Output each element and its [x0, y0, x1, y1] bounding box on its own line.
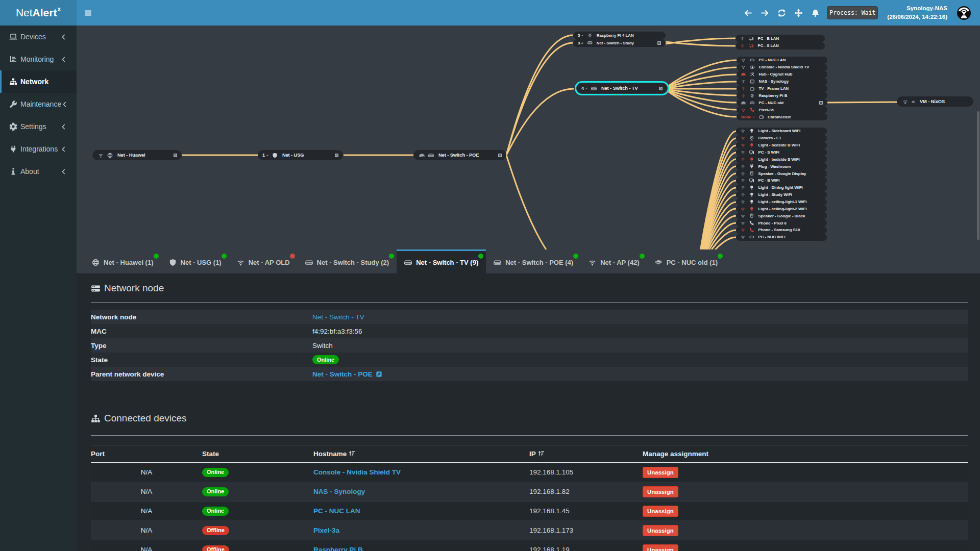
topology-node-row[interactable]: Speaker - Google - Black [736, 212, 827, 219]
unassign-button[interactable]: Unassign [643, 506, 678, 517]
topology-node-row[interactable]: Light - ceiling-light-1 WiFi [736, 198, 827, 206]
unassign-button[interactable]: Unassign [643, 467, 678, 478]
topology-node-row[interactable]: Light - Dining light WiFi [736, 184, 827, 191]
topology-node-row[interactable]: PC - NUC WiFi [736, 234, 827, 241]
collapse-square-icon[interactable] [819, 101, 823, 105]
device-state: Online [202, 463, 313, 482]
topology-node-row[interactable]: TV - Frame LAN [737, 85, 827, 92]
host-timestamp: (26/06/2024, 14:22:16) [887, 13, 947, 21]
sidebar-item-network[interactable]: Network [0, 70, 77, 93]
topology-node-row[interactable]: PC - S LAN [736, 42, 825, 50]
nuc-icon [750, 101, 755, 106]
topology-node-row[interactable]: Console - Nvidia Shield TV [737, 64, 827, 71]
switch-icon [305, 259, 313, 266]
topology-node-row[interactable]: Camera - E1 [736, 135, 827, 142]
sidebar-item-integrations[interactable]: Integrations [0, 138, 77, 160]
topology-node-row[interactable]: Light - bedside S WiFi [736, 156, 827, 163]
sort-icon[interactable] [538, 450, 545, 457]
sidebar-item-label: Monitoring [20, 55, 54, 63]
topology-node-row[interactable]: Light - Sideboard WiFi [736, 128, 827, 135]
collapse-square-icon[interactable] [657, 41, 661, 45]
node-label: PC - NUC LAN [759, 58, 786, 62]
tab-net-huawei-1[interactable]: Net - Huawei (1) [84, 249, 161, 273]
user-avatar[interactable] [957, 6, 971, 20]
topology-node-row[interactable]: Light - bedside B WiFi [736, 142, 827, 149]
device-hostname: PC - NUC LAN [313, 502, 529, 521]
ethernet-icon [419, 153, 425, 158]
tab-label: PC - NUC old (1) [667, 259, 718, 266]
node-link[interactable]: Net - Switch - TV [312, 313, 364, 321]
topology-node-row[interactable]: Raspberry Pi B [737, 92, 827, 99]
tab-net-ap-old[interactable]: Net - AP OLD [229, 249, 298, 273]
tab-net-switch-poe-4[interactable]: Net - Switch - POE (4) [486, 249, 581, 273]
column-header-hostname[interactable]: Hostname [313, 445, 529, 463]
port-label: None [741, 115, 755, 119]
device-link[interactable]: PC - NUC LAN [313, 507, 360, 515]
forward-button[interactable] [756, 0, 773, 26]
topology-node-row[interactable]: Light - ceiling-light-2 WiFi [736, 205, 827, 212]
topology-node-vm[interactable]: VM - NixOS [897, 96, 973, 107]
unassign-button[interactable]: Unassign [643, 544, 678, 551]
topology-node-row[interactable]: Phone - Samsung S10 [736, 227, 827, 234]
device-link[interactable]: Console - Nvidia Shield TV [313, 468, 401, 476]
notifications-button[interactable] [807, 0, 824, 26]
topology-node-row[interactable]: PC - B LAN [736, 35, 825, 42]
topology-node-row[interactable]: PC - B WiFi [736, 177, 827, 184]
nuc-icon [750, 58, 755, 63]
external-link-icon[interactable] [376, 371, 382, 378]
sidebar-item-settings[interactable]: Settings [0, 115, 77, 138]
tab-net-usg-1[interactable]: Net - USG (1) [161, 249, 229, 273]
topology-node-row[interactable]: Hub - Cygnet Hub [737, 71, 827, 78]
sidebar-item-devices[interactable]: Devices [0, 26, 77, 48]
tab-net-ap-42[interactable]: Net - AP (42) [581, 249, 647, 273]
topology-node-row[interactable]: 3Net - Switch - Study [573, 39, 666, 47]
unassign-button[interactable]: Unassign [643, 525, 678, 536]
monitoring-icon [9, 55, 17, 63]
topology-node-row[interactable]: Plug - Washroom [736, 163, 827, 170]
device-link[interactable]: Raspberry Pi B [313, 546, 363, 551]
navbar: Process: Wait Synology-NAS (26/06/2024, … [77, 0, 980, 26]
node-link[interactable]: Net - Switch - POE [312, 370, 373, 378]
topology-node-row[interactable]: Pixel-3a [737, 106, 827, 113]
refresh-button[interactable] [773, 0, 790, 26]
column-header-ip[interactable]: IP [529, 445, 643, 463]
topology-node-row[interactable]: Phone - Pixel 6 [736, 219, 827, 227]
collapse-square-icon[interactable] [174, 154, 177, 157]
move-button[interactable] [790, 0, 807, 26]
topology-node-row[interactable]: NoneChromecast [737, 113, 827, 120]
tab-net-switch-study-2[interactable]: Net - Switch - Study (2) [298, 249, 397, 273]
wifi-connection-icon [740, 36, 745, 41]
page-scrollbar[interactable] [977, 111, 979, 240]
sidebar-item-maintenance[interactable]: Maintenance [0, 93, 77, 115]
sidebar-item-about[interactable]: About [0, 160, 77, 183]
collapse-square-icon[interactable] [335, 154, 338, 157]
tab-pc-nuc-old-1[interactable]: PC - NUC old (1) [647, 249, 725, 273]
app-logo[interactable]: NetAlertx [0, 0, 77, 26]
topology-node-row[interactable]: PC - NUC old [737, 99, 827, 106]
topology-node-row[interactable]: PC - NUC LAN [737, 57, 827, 64]
tab-net-switch-tv-9[interactable]: Net - Switch - TV (9) [397, 249, 486, 273]
wifi-connection-icon [741, 192, 745, 197]
sort-icon[interactable] [349, 450, 355, 457]
device-link[interactable]: NAS - Synology [313, 488, 365, 495]
sidebar-toggle-button[interactable] [77, 0, 100, 26]
back-button[interactable] [740, 0, 756, 26]
unassign-button[interactable]: Unassign [643, 486, 678, 497]
topology-node-row[interactable]: PC - S WiFi [736, 149, 827, 156]
topology-node-row[interactable]: Speaker - Google Display [736, 170, 827, 177]
topology-node-row[interactable]: Light - Study WiFi [736, 191, 827, 198]
collapse-square-icon[interactable] [498, 154, 502, 157]
arrow-right-icon [761, 9, 769, 17]
topology-node-row[interactable]: 5Raspberry Pi 4 LAN [573, 32, 666, 39]
topology-node-usg[interactable]: 1Net - USG [258, 150, 343, 160]
sidebar-item-label: Network [20, 78, 48, 86]
node-info-row: StateOnline [91, 353, 968, 367]
wifi-connection-icon [741, 86, 746, 91]
sidebar-item-monitoring[interactable]: Monitoring [0, 48, 77, 70]
topology-node-row[interactable]: NAS - Synology [737, 78, 827, 85]
nuc3d-icon [655, 259, 663, 266]
topology-node-poe[interactable]: Net - Switch - POE [413, 150, 506, 160]
device-link[interactable]: Pixel-3a [313, 527, 339, 534]
topology-node-huawei[interactable]: Net - Huawei [92, 150, 182, 160]
port-label: 5 [578, 33, 583, 38]
